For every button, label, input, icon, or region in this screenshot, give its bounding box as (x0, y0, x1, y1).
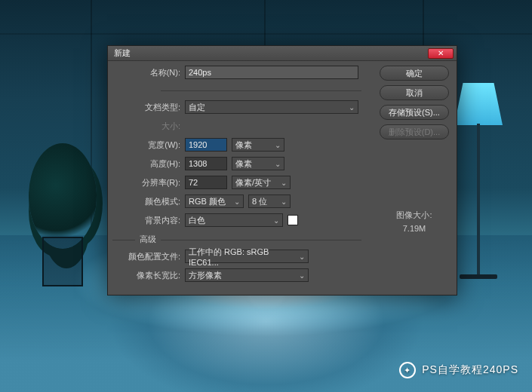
image-size-label: 图像大小: (380, 209, 449, 222)
plant-decor (29, 143, 97, 286)
resolution-input[interactable] (185, 176, 227, 189)
watermark: ✦ PS自学教程240PS (399, 362, 518, 378)
image-size-value: 7.19M (380, 222, 449, 236)
dialog-titlebar[interactable]: 新建 ✕ (108, 46, 457, 61)
bg-content-select[interactable]: 白色 (185, 213, 283, 227)
doc-type-section (112, 85, 361, 96)
new-document-dialog: 新建 ✕ 确定 取消 存储预设(S)... 删除预设(D)... 图像大小: 7… (107, 45, 457, 296)
name-label: 名称(N): (112, 67, 185, 78)
color-profile-label: 颜色配置文件: (112, 251, 185, 262)
bit-depth-select[interactable]: 8 位 (248, 194, 291, 208)
close-button[interactable]: ✕ (428, 48, 454, 59)
bg-content-label: 背景内容: (112, 215, 185, 226)
width-input[interactable] (185, 138, 227, 152)
floor-lamp (452, 83, 505, 279)
doc-type-select[interactable]: 自定 (185, 100, 358, 114)
color-profile-select[interactable]: 工作中的 RGB: sRGB IEC61... (185, 250, 309, 263)
bg-color-swatch[interactable] (288, 215, 298, 225)
pixel-aspect-label: 像素长宽比: (112, 270, 185, 281)
height-input[interactable] (185, 157, 227, 170)
cancel-button[interactable]: 取消 (380, 85, 449, 100)
ok-button[interactable]: 确定 (380, 66, 449, 81)
save-preset-button[interactable]: 存储预设(S)... (380, 105, 449, 120)
width-label: 宽度(W): (112, 139, 185, 151)
width-unit-select[interactable]: 像素 (232, 138, 284, 152)
wechat-icon: ✦ (399, 362, 416, 378)
delete-preset-button: 删除预设(D)... (380, 124, 449, 139)
advanced-section[interactable]: 高级 (112, 234, 361, 245)
pixel-aspect-select[interactable]: 方形像素 (185, 268, 309, 282)
watermark-text: PS自学教程240PS (422, 363, 518, 377)
color-mode-select[interactable]: RGB 颜色 (185, 194, 244, 208)
name-input[interactable] (185, 66, 358, 79)
height-label: 高度(H): (112, 158, 185, 170)
color-mode-label: 颜色模式: (112, 196, 185, 207)
resolution-unit-select[interactable]: 像素/英寸 (232, 176, 291, 189)
dialog-title: 新建 (114, 47, 131, 59)
close-icon: ✕ (438, 49, 444, 57)
height-unit-select[interactable]: 像素 (232, 157, 284, 170)
size-label: 大小: (112, 121, 185, 132)
resolution-label: 分辨率(R): (112, 177, 185, 188)
doc-type-label: 文档类型: (112, 102, 185, 113)
